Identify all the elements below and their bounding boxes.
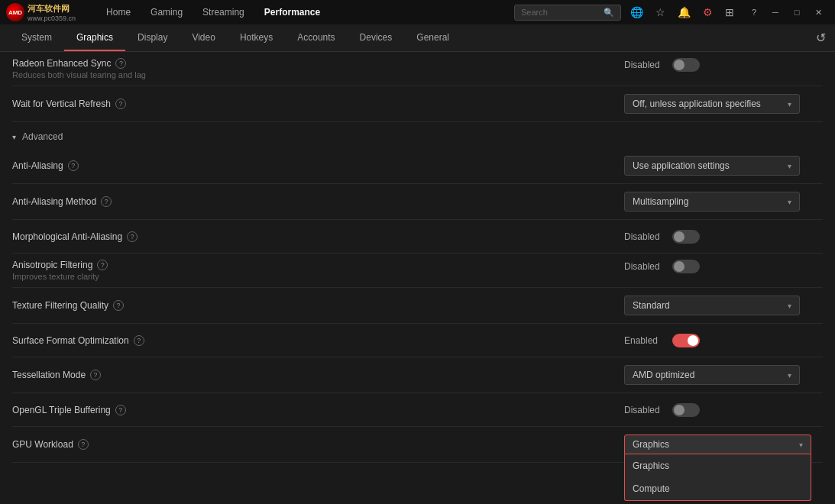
gpu-workload-option-graphics[interactable]: Graphics bbox=[625, 454, 811, 477]
gpu-workload-help[interactable]: ? bbox=[78, 439, 89, 450]
morphological-aa-toggle[interactable] bbox=[672, 230, 700, 244]
anisotropic-filtering-toggle[interactable] bbox=[672, 260, 700, 273]
anti-aliasing-help[interactable]: ? bbox=[68, 160, 79, 171]
logo-text: 河车软件网 bbox=[28, 3, 76, 15]
layout-icon[interactable]: ⊞ bbox=[722, 5, 737, 20]
tessellation-mode-chevron: ▾ bbox=[788, 371, 791, 380]
opengl-triple-buffering-control: Disabled bbox=[624, 403, 823, 417]
surface-format-row: Surface Format Optimization ? Enabled bbox=[12, 324, 823, 357]
vertical-refresh-dropdown[interactable]: Off, unless application specifies ▾ bbox=[624, 94, 800, 114]
vertical-refresh-label: Wait for Vertical Refresh ? bbox=[12, 99, 126, 109]
opengl-triple-buffering-name: OpenGL Triple Buffering ? bbox=[12, 405, 126, 415]
search-placeholder: Search bbox=[521, 8, 548, 17]
search-box[interactable]: Search 🔍 bbox=[514, 5, 621, 21]
anisotropic-filtering-value: Disabled bbox=[624, 261, 666, 272]
anisotropic-filtering-label: Anisotropic Filtering ? Improves texture… bbox=[12, 260, 108, 281]
content-area: Radeon Enhanced Sync ? Reduces both visu… bbox=[0, 52, 835, 504]
nav-performance[interactable]: Performance bbox=[255, 4, 329, 21]
surface-format-control: Enabled bbox=[624, 334, 823, 347]
tessellation-mode-dropdown[interactable]: AMD optimized ▾ bbox=[624, 365, 800, 385]
texture-filtering-label: Texture Filtering Quality ? bbox=[12, 300, 124, 311]
help-button[interactable]: ? bbox=[743, 3, 765, 21]
texture-filtering-name: Texture Filtering Quality ? bbox=[12, 300, 124, 311]
bookmark-icon[interactable]: ☆ bbox=[652, 5, 668, 20]
tessellation-mode-name: Tessellation Mode ? bbox=[12, 370, 101, 380]
titlebar-right: Search 🔍 🌐 ☆ 🔔 ⚙ ⊞ ? ─ □ ✕ bbox=[514, 3, 829, 21]
tab-hotkeys[interactable]: Hotkeys bbox=[228, 24, 285, 51]
anti-aliasing-row: Anti-Aliasing ? Use application settings… bbox=[12, 148, 823, 184]
surface-format-toggle[interactable] bbox=[672, 334, 700, 347]
anti-aliasing-method-label: Anti-Aliasing Method ? bbox=[12, 196, 112, 207]
tab-graphics[interactable]: Graphics bbox=[64, 24, 125, 51]
globe-icon[interactable]: 🌐 bbox=[627, 5, 646, 20]
texture-filtering-dropdown[interactable]: Standard ▾ bbox=[624, 296, 800, 315]
texture-filtering-row: Texture Filtering Quality ? Standard ▾ bbox=[12, 288, 823, 324]
tab-devices[interactable]: Devices bbox=[348, 24, 405, 51]
anti-aliasing-chevron: ▾ bbox=[788, 162, 791, 170]
gpu-workload-dropdown[interactable]: Graphics ▾ bbox=[624, 435, 811, 454]
anti-aliasing-method-dropdown[interactable]: Multisampling ▾ bbox=[624, 192, 800, 212]
gpu-workload-chevron: ▾ bbox=[799, 441, 803, 449]
anisotropic-filtering-help[interactable]: ? bbox=[97, 260, 108, 270]
tabs: System Graphics Display Video Hotkeys Ac… bbox=[9, 24, 461, 51]
tab-video[interactable]: Video bbox=[180, 24, 227, 51]
anti-aliasing-method-name: Anti-Aliasing Method ? bbox=[12, 196, 112, 207]
tessellation-mode-help[interactable]: ? bbox=[90, 370, 101, 380]
bell-icon[interactable]: 🔔 bbox=[675, 5, 694, 20]
anti-aliasing-name: Anti-Aliasing ? bbox=[12, 160, 79, 171]
radeon-enhanced-sync-desc: Reduces both visual tearing and lag bbox=[12, 70, 146, 79]
radeon-enhanced-sync-value: Disabled bbox=[624, 60, 666, 70]
anti-aliasing-dropdown[interactable]: Use application settings ▾ bbox=[624, 156, 800, 176]
tab-system[interactable]: System bbox=[9, 24, 64, 51]
maximize-button[interactable]: □ bbox=[786, 3, 807, 21]
minimize-button[interactable]: ─ bbox=[765, 3, 786, 21]
vertical-refresh-row: Wait for Vertical Refresh ? Off, unless … bbox=[12, 86, 823, 122]
surface-format-name: Surface Format Optimization ? bbox=[12, 335, 144, 346]
anti-aliasing-method-help[interactable]: ? bbox=[101, 196, 112, 207]
surface-format-value: Enabled bbox=[624, 335, 666, 346]
tessellation-mode-control: AMD optimized ▾ bbox=[624, 365, 823, 385]
titlebar-left: AMD 河车软件网 www.pc0359.cn Home Gaming Stre… bbox=[6, 3, 329, 22]
nav-menu: Home Gaming Streaming Performance bbox=[97, 4, 329, 21]
morphological-aa-help[interactable]: ? bbox=[127, 231, 138, 242]
radeon-enhanced-sync-row: Radeon Enhanced Sync ? Reduces both visu… bbox=[12, 52, 823, 86]
opengl-triple-buffering-row: OpenGL Triple Buffering ? Disabled bbox=[12, 393, 823, 427]
morphological-aa-value: Disabled bbox=[624, 231, 666, 242]
advanced-section-header[interactable]: ▾ Advanced bbox=[12, 122, 823, 148]
nav-gaming[interactable]: Gaming bbox=[141, 4, 192, 21]
gpu-workload-name: GPU Workload ? bbox=[12, 439, 89, 450]
vertical-refresh-chevron: ▾ bbox=[788, 100, 791, 108]
opengl-triple-buffering-toggle[interactable] bbox=[672, 403, 700, 417]
tab-accounts[interactable]: Accounts bbox=[285, 24, 347, 51]
radeon-enhanced-sync-control: Disabled bbox=[624, 58, 823, 72]
tab-display[interactable]: Display bbox=[125, 24, 180, 51]
tab-general[interactable]: General bbox=[404, 24, 461, 51]
gpu-workload-option-compute[interactable]: Compute bbox=[625, 477, 811, 500]
morphological-aa-label: Morphological Anti-Aliasing ? bbox=[12, 231, 138, 242]
reset-icon[interactable]: ↺ bbox=[816, 31, 826, 45]
radeon-enhanced-sync-toggle[interactable] bbox=[672, 58, 700, 72]
gear-icon[interactable]: ⚙ bbox=[700, 5, 716, 20]
gpu-workload-control-wrapper: Graphics ▾ Graphics Compute bbox=[624, 435, 823, 454]
nav-home[interactable]: Home bbox=[97, 4, 140, 21]
vertical-refresh-name: Wait for Vertical Refresh ? bbox=[12, 99, 126, 109]
gpu-workload-dropdown-menu: Graphics Compute bbox=[624, 454, 811, 501]
search-icon: 🔍 bbox=[604, 8, 614, 18]
surface-format-label: Surface Format Optimization ? bbox=[12, 335, 144, 346]
opengl-triple-buffering-help[interactable]: ? bbox=[115, 405, 126, 415]
logo-url: www.pc0359.cn bbox=[28, 15, 76, 22]
texture-filtering-help[interactable]: ? bbox=[113, 300, 124, 311]
window-controls: ? ─ □ ✕ bbox=[743, 3, 829, 21]
radeon-enhanced-sync-help[interactable]: ? bbox=[115, 58, 126, 69]
advanced-arrow-icon: ▾ bbox=[12, 133, 16, 141]
close-button[interactable]: ✕ bbox=[807, 3, 829, 21]
morphological-aa-name: Morphological Anti-Aliasing ? bbox=[12, 231, 138, 242]
nav-streaming[interactable]: Streaming bbox=[193, 4, 254, 21]
titlebar: AMD 河车软件网 www.pc0359.cn Home Gaming Stre… bbox=[0, 0, 835, 24]
tessellation-mode-label: Tessellation Mode ? bbox=[12, 370, 101, 380]
surface-format-help[interactable]: ? bbox=[134, 335, 144, 346]
settings-section: Radeon Enhanced Sync ? Reduces both visu… bbox=[0, 52, 835, 504]
vertical-refresh-help[interactable]: ? bbox=[115, 99, 126, 109]
texture-filtering-control: Standard ▾ bbox=[624, 296, 823, 315]
morphological-aa-row: Morphological Anti-Aliasing ? Disabled bbox=[12, 220, 823, 254]
